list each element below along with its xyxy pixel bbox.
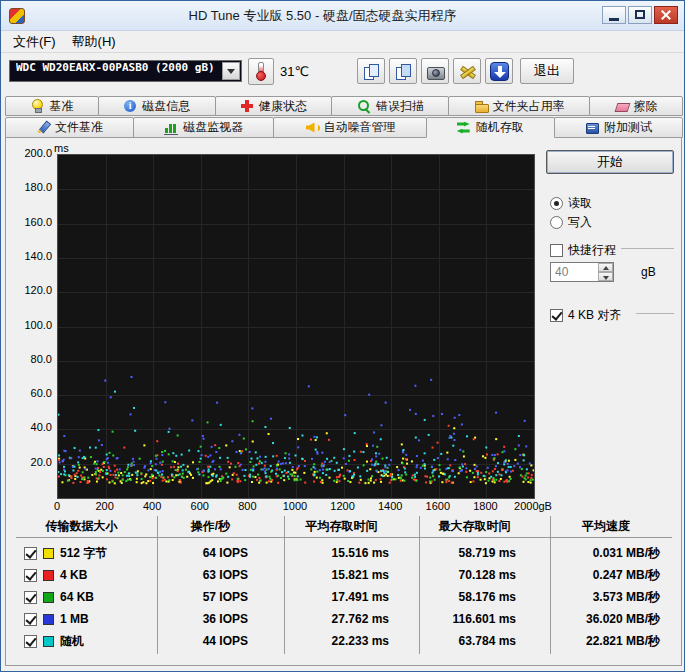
start-button[interactable]: 开始 (546, 150, 674, 174)
table-row-4-kb: 4 KB63 IOPS15.821 ms70.128 ms0.247 MB/秒 (16, 564, 672, 586)
copy-text-button[interactable] (357, 58, 385, 84)
maximize-button[interactable] (628, 6, 652, 24)
y-axis-tick: 60.0 (6, 387, 52, 399)
series-checkbox[interactable] (24, 635, 37, 648)
exit-button[interactable]: 退出 (520, 58, 574, 84)
close-icon (655, 7, 677, 23)
tab-disk-info[interactable]: 磁盘信息 (98, 96, 216, 116)
table-value-cell: 36.020 MB/秒 (540, 608, 672, 630)
tab-health[interactable]: 健康状态 (215, 96, 333, 116)
save-results-button[interactable] (485, 58, 513, 84)
table-row-512-bytes: 512 字节64 IOPS15.516 ms58.719 ms0.031 MB/… (16, 542, 672, 564)
x-axis-tick: 0 (33, 500, 81, 512)
y-axis-unit-label: ms (54, 142, 69, 154)
series-label: 64 KB (60, 590, 94, 604)
tab-error-scan[interactable]: 错误扫描 (331, 96, 449, 116)
table-value-cell: 0.031 MB/秒 (540, 542, 672, 564)
download-arrow-icon (490, 62, 509, 81)
spin-up-icon[interactable] (598, 263, 613, 272)
copy-image-button[interactable] (389, 58, 417, 84)
table-header-cell: 传输数据大小 (16, 516, 147, 536)
series-color-swatch (43, 570, 54, 581)
hd-tune-window: HD Tune 专业版 5.50 - 硬盘/固态硬盘实用程序 文件(F)帮助(H… (0, 0, 685, 672)
tab-label: 基准 (49, 98, 73, 115)
tab-label: 文件夹占用率 (493, 98, 565, 115)
read-option[interactable]: 读取 (550, 195, 592, 212)
table-header-cell: 平均速度 (540, 516, 672, 536)
tab-label: 擦除 (634, 98, 658, 115)
align-4kb-option[interactable]: 4 KB 对齐 (550, 307, 621, 324)
chevron-down-icon[interactable] (222, 62, 240, 80)
screenshot-button[interactable] (421, 58, 449, 84)
close-button[interactable] (654, 6, 678, 24)
shortstroke-checkbox[interactable] (550, 244, 563, 257)
tab-benchmark[interactable]: 基准 (5, 96, 99, 116)
options-button[interactable] (453, 58, 481, 84)
tab-erase[interactable]: 擦除 (589, 96, 683, 116)
align-4kb-checkbox[interactable] (550, 309, 563, 322)
maximize-icon (635, 10, 645, 19)
tab-label: 文件基准 (55, 119, 103, 136)
tab-aam[interactable]: 自动噪音管理 (273, 117, 426, 138)
y-axis-tick: 40.0 (6, 421, 52, 433)
series-checkbox[interactable] (24, 547, 37, 560)
y-axis-tick: 80.0 (6, 353, 52, 365)
write-option[interactable]: 写入 (550, 214, 592, 231)
table-value-cell: 3.573 MB/秒 (540, 586, 672, 608)
tab-random-access[interactable]: 随机存取 (426, 117, 555, 138)
toolbar: WDC WD20EARX-00PASB0 (2000 gB) 31℃ 退出 (1, 54, 684, 92)
series-checkbox[interactable] (24, 569, 37, 582)
drive-select-value: WDC WD20EARX-00PASB0 (2000 gB) (16, 61, 221, 74)
x-axis-tick: 1200 (319, 500, 367, 512)
table-value-cell: 22.821 MB/秒 (540, 630, 672, 652)
x-axis-tick: 1400 (366, 500, 414, 512)
speaker-icon (305, 121, 319, 135)
random-access-chart (57, 154, 535, 499)
tab-extra-tests[interactable]: 附加测试 (554, 117, 683, 138)
minimize-button[interactable] (602, 6, 626, 24)
random-access-panel: ms 200.0180.0160.0140.0120.0100.080.060.… (5, 137, 682, 666)
series-label: 1 MB (60, 612, 89, 626)
shortstroke-unit-label: gB (641, 265, 656, 279)
drive-select[interactable]: WDC WD20EARX-00PASB0 (2000 gB) (9, 60, 242, 82)
table-value-cell: 63.784 ms (409, 630, 540, 652)
write-radio[interactable] (550, 216, 563, 229)
tab-label: 自动噪音管理 (324, 119, 396, 136)
temperature-value: 31℃ (280, 64, 309, 79)
pen-icon (36, 121, 50, 135)
temperature-button[interactable] (248, 58, 274, 85)
table-value-cell: 15.821 ms (274, 564, 409, 586)
shortstroke-group-line (621, 248, 674, 249)
table-value-cell: 116.601 ms (409, 608, 540, 630)
menu-help[interactable]: 帮助(H) (64, 31, 124, 53)
series-color-swatch (43, 548, 54, 559)
erase-icon (615, 99, 629, 113)
tab-folder-usage[interactable]: 文件夹占用率 (448, 96, 590, 116)
table-value-cell: 58.176 ms (409, 586, 540, 608)
read-radio[interactable] (550, 197, 563, 210)
series-label: 随机 (60, 633, 84, 650)
health-icon (240, 99, 254, 113)
series-color-swatch (43, 614, 54, 625)
copy-text-icon (363, 64, 379, 79)
spin-down-icon[interactable] (598, 272, 613, 281)
screws-icon (459, 64, 476, 79)
info-icon (123, 99, 137, 113)
shortstroke-size-field (550, 262, 614, 282)
series-checkbox[interactable] (24, 591, 37, 604)
tab-label: 错误扫描 (376, 98, 424, 115)
y-axis-tick: 20.0 (6, 456, 52, 468)
table-row-random: 随机44 IOPS22.233 ms63.784 ms22.821 MB/秒 (16, 630, 672, 652)
align-4kb-label: 4 KB 对齐 (568, 307, 621, 324)
tab-disk-monitor[interactable]: 磁盘监视器 (133, 117, 274, 138)
table-value-cell: 70.128 ms (409, 564, 540, 586)
shortstroke-option[interactable]: 快捷行程 (550, 242, 616, 259)
table-value-cell: 22.233 ms (274, 630, 409, 652)
menu-file[interactable]: 文件(F) (5, 31, 64, 53)
tab-file-benchmark[interactable]: 文件基准 (5, 117, 134, 138)
table-header-cell: 平均存取时间 (274, 516, 409, 536)
series-checkbox[interactable] (24, 613, 37, 626)
series-legend: 1 MB (16, 608, 147, 630)
x-axis-tick: 1000 (271, 500, 319, 512)
down-triangle-icon (227, 69, 235, 78)
